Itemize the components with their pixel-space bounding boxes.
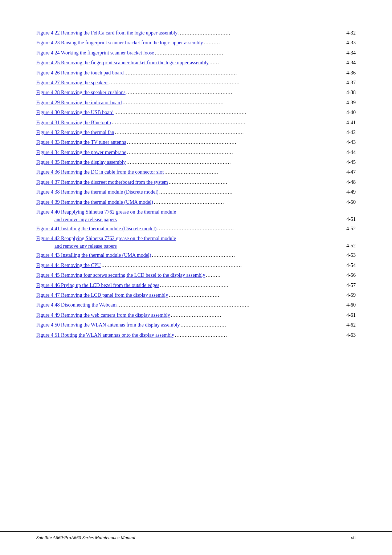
toc-dots: ........................................…	[115, 129, 346, 137]
toc-entry: Figure 4.28 Removing the speaker cushion…	[36, 89, 356, 97]
toc-page-fig444: 4-54	[346, 262, 356, 270]
toc-item: Figure 4.44 Removing the CPU............…	[36, 262, 356, 270]
toc-item: Figure 4.31 Removing the Bluetooth......…	[36, 119, 356, 127]
toc-entry: Figure 4.36 Removing the DC in cable fro…	[36, 168, 356, 177]
toc-item: Figure 4.46 Prying up the LCD bezel from…	[36, 281, 356, 290]
toc-page-fig433: 4-43	[346, 138, 356, 146]
toc-link-fig449[interactable]: Figure 4.49 Removing the web camera from…	[36, 311, 170, 319]
toc-link-fig437[interactable]: Figure 4.37 Removing the discreet mother…	[36, 178, 168, 186]
toc-page-fig424: 4-34	[346, 49, 356, 57]
toc-page-fig427: 4-37	[346, 79, 356, 87]
toc-page-fig432: 4-42	[346, 129, 356, 137]
toc-item: Figure 4.34 Removing the power membrane.…	[36, 149, 356, 157]
toc-dots: ........................................…	[102, 262, 346, 270]
toc-link-fig440[interactable]: Figure 4.40 Reapplying Shinetsu 7762 gre…	[36, 208, 176, 223]
toc-link-fig423[interactable]: Figure 4.23 Raising the fingerprint scan…	[36, 39, 203, 47]
toc-link-fig424[interactable]: Figure 4.24 Working the fingerprint scan…	[36, 49, 154, 57]
toc-entry: Figure 4.30 Removing the USB board......…	[36, 109, 356, 117]
toc-page-fig430: 4-40	[346, 109, 356, 117]
toc-page-fig451: 4-63	[346, 331, 356, 339]
toc-link-fig445[interactable]: Figure 4.45 Removing four screws securin…	[36, 271, 205, 279]
toc-dots: ................................	[178, 29, 346, 37]
toc-link-fig431[interactable]: Figure 4.31 Removing the Bluetooth	[36, 119, 111, 127]
toc-link-fig450[interactable]: Figure 4.50 Removing the WLAN antennas f…	[36, 321, 180, 329]
toc-page-fig440: 4-51	[346, 215, 356, 223]
toc-page-fig443: 4-53	[346, 251, 356, 259]
toc-item: Figure 4.51 Routing the WLAN antennas on…	[36, 331, 356, 340]
toc-page-fig448: 4-60	[346, 301, 356, 309]
toc-dots: ........................................…	[155, 49, 346, 57]
toc-entry: Figure 4.46 Prying up the LCD bezel from…	[36, 281, 356, 290]
toc-link-fig447[interactable]: Figure 4.47 Removing the LCD panel from …	[36, 291, 168, 299]
toc-page-fig445: 4-56	[346, 271, 356, 279]
toc-link-fig425[interactable]: Figure 4.25 Removing the fingerprint sca…	[36, 59, 209, 67]
toc-page-fig423: 4-33	[346, 39, 356, 47]
toc-item: Figure 4.39 Removing the thermal module …	[36, 198, 356, 207]
toc-link-fig435[interactable]: Figure 4.35 Removing the display assembl…	[36, 158, 126, 166]
toc-entry: Figure 4.31 Removing the Bluetooth......…	[36, 119, 356, 127]
toc-link-fig442[interactable]: Figure 4.42 Reapplying Shinetsu 7762 gre…	[36, 235, 176, 250]
toc-link-fig439[interactable]: Figure 4.39 Removing the thermal module …	[36, 198, 153, 206]
toc-page-fig442: 4-52	[346, 242, 356, 250]
toc-item: Figure 4.27 Removing the speakers.......…	[36, 79, 356, 87]
toc-link-fig429[interactable]: Figure 4.29 Removing the indicator board	[36, 99, 122, 107]
toc-entry: Figure 4.29 Removing the indicator board…	[36, 99, 356, 107]
toc-link-fig430[interactable]: Figure 4.30 Removing the USB board	[36, 109, 114, 117]
toc-item: Figure 4.49 Removing the web camera from…	[36, 311, 356, 320]
toc-link-fig444[interactable]: Figure 4.44 Removing the CPU	[36, 262, 101, 270]
toc-dots: ........................................…	[112, 119, 346, 127]
toc-item: Figure 4.37 Removing the discreet mother…	[36, 178, 356, 187]
toc-item: Figure 4.32 Removing the thermal fan ...…	[36, 129, 356, 137]
toc-item: Figure 4.35 Removing the display assembl…	[36, 158, 356, 167]
toc-dots: ........................................…	[159, 188, 346, 197]
footer: Satellite A660/ProA660 Series Maintenanc…	[0, 531, 392, 540]
toc-link-fig451[interactable]: Figure 4.51 Routing the WLAN antennas on…	[36, 331, 174, 339]
toc-item: Figure 4.26 Removing the touch pad board…	[36, 69, 356, 77]
toc-entry: Figure 4.38 Removing the thermal module …	[36, 188, 356, 197]
toc-item: Figure 4.22 Removing the FeliCa card fro…	[36, 29, 356, 37]
toc-link-fig448[interactable]: Figure 4.48 Disconnecting the Webcam	[36, 301, 117, 309]
toc-dots: ...............................	[171, 311, 346, 320]
toc-link-fig446[interactable]: Figure 4.46 Prying up the LCD bezel from…	[36, 281, 159, 289]
toc-link-fig427[interactable]: Figure 4.27 Removing the speakers	[36, 79, 109, 87]
toc-dots: ....................................	[169, 178, 346, 187]
toc-entry: Figure 4.41 Installing the thermal modul…	[36, 225, 356, 233]
toc-link-fig428[interactable]: Figure 4.28 Removing the speaker cushion…	[36, 89, 126, 97]
toc-link-fig422[interactable]: Figure 4.22 Removing the FeliCa card fro…	[36, 29, 177, 37]
toc-link-fig433[interactable]: Figure 4.33 Removing the TV tuner antenn…	[36, 138, 126, 146]
toc-link-fig443[interactable]: Figure 4.43 Installing the thermal modul…	[36, 251, 151, 259]
toc-dots: ........................................…	[117, 301, 346, 309]
toc-page-fig436: 4-47	[346, 168, 356, 176]
toc-entry: Figure 4.23 Raising the fingerprint scan…	[36, 39, 356, 47]
page-container: Figure 4.22 Removing the FeliCa card fro…	[0, 0, 392, 555]
toc-dots: ........................................…	[127, 149, 346, 157]
toc-page-fig431: 4-41	[346, 119, 356, 127]
toc-item: Figure 4.41 Installing the thermal modul…	[36, 225, 356, 233]
toc-link-fig441[interactable]: Figure 4.41 Installing the thermal modul…	[36, 225, 156, 233]
toc-page-fig434: 4-44	[346, 149, 356, 157]
toc-entry: Figure 4.27 Removing the speakers.......…	[36, 79, 356, 87]
toc-dots: ........................................…	[126, 89, 346, 97]
toc-dots: ........................................…	[127, 138, 346, 147]
toc-page-fig446: 4-57	[346, 281, 356, 289]
toc-page-fig422: 4-32	[346, 29, 356, 37]
toc-entry: Figure 4.40 Reapplying Shinetsu 7762 gre…	[36, 208, 356, 223]
toc-link-fig436[interactable]: Figure 4.36 Removing the DC in cable fro…	[36, 168, 164, 176]
toc-item: Figure 4.50 Removing the WLAN antennas f…	[36, 321, 356, 329]
toc-item: Figure 4.33 Removing the TV tuner antenn…	[36, 138, 356, 147]
toc-dots: ........................................…	[157, 225, 346, 233]
toc-dots: ........................................…	[154, 198, 346, 207]
toc-entry: Figure 4.50 Removing the WLAN antennas f…	[36, 321, 356, 329]
toc-link-fig438[interactable]: Figure 4.38 Removing the thermal module …	[36, 188, 159, 196]
toc-page-fig437: 4-48	[346, 178, 356, 186]
toc-link-fig434[interactable]: Figure 4.34 Removing the power membrane	[36, 149, 126, 157]
toc-item: Figure 4.43 Installing the thermal modul…	[36, 251, 356, 260]
toc-page-fig429: 4-39	[346, 99, 356, 107]
toc-item: Figure 4.47 Removing the LCD panel from …	[36, 291, 356, 300]
toc-dots: .........	[206, 271, 346, 280]
toc-entry: Figure 4.49 Removing the web camera from…	[36, 311, 356, 320]
toc-dots: ........................................…	[124, 69, 346, 77]
toc-dots: ........................................…	[114, 109, 346, 117]
toc-link-fig426[interactable]: Figure 4.26 Removing the touch pad board	[36, 69, 124, 77]
toc-link-fig432[interactable]: Figure 4.32 Removing the thermal fan	[36, 129, 114, 137]
